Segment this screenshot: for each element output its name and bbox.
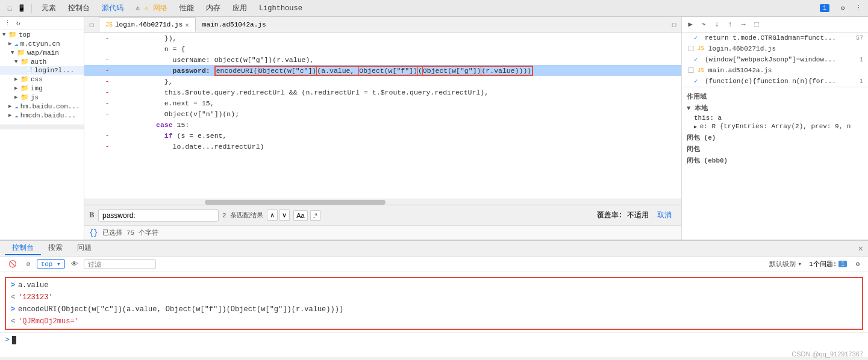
tab-login-js[interactable]: JS login.46b0271d.js ✕: [99, 17, 196, 32]
file-icon: 📄: [25, 67, 33, 74]
tree-label: auth: [31, 58, 46, 66]
tree-item-wap[interactable]: ▼ 📁 wap/main: [0, 48, 84, 57]
arrow-icon: ▶: [8, 103, 14, 110]
arrow-icon: ▶: [8, 112, 14, 119]
scope-header[interactable]: 作用域: [687, 92, 863, 101]
tree-item-css[interactable]: ▶ 📁 css: [0, 75, 84, 84]
tab-close-button[interactable]: ✕: [185, 21, 189, 29]
search-input[interactable]: [102, 211, 193, 220]
local-scope-header[interactable]: ▼ 本地: [687, 104, 863, 113]
code-line: - },: [84, 76, 681, 87]
tab-lighthouse[interactable]: Lighthouse: [254, 3, 307, 14]
source-panel-icon[interactable]: ⬚: [87, 20, 96, 29]
call-stack-item-1[interactable]: ✓ (window["webpackJsonp"]=window... 1: [682, 54, 868, 65]
call-stack-item-2[interactable]: ✓ (function(e){function n(n){for... 1: [682, 76, 868, 87]
tree-item-auth[interactable]: ▼ 📁 auth: [0, 57, 84, 66]
tree-item-top[interactable]: ▼ 📁 top: [0, 30, 84, 39]
search-regex-button[interactable]: .*: [310, 210, 320, 221]
right-panel: ▶ ↷ ↓ ↑ → ⬚ ✓ return t.mode.CTRGladman=f…: [681, 17, 868, 240]
console-input-line[interactable]: >: [0, 332, 868, 347]
console-settings-icon[interactable]: ⚙: [852, 259, 863, 268]
console-line-4: < 'QJRmqDj2mus=': [6, 315, 862, 327]
tree-item-hmcdn[interactable]: ▶ ☁ hmcdn.baidu...: [0, 111, 84, 120]
console-text: '123123': [18, 293, 53, 302]
gear-icon[interactable]: ⚙: [838, 4, 848, 13]
search-case-sensitive-button[interactable]: Aa: [293, 210, 307, 221]
scope-section: 作用域 ▼ 本地 this: a e: R {tryEntries: Array…: [682, 87, 868, 169]
tab-elements[interactable]: 元素: [37, 2, 61, 14]
search-cancel-button[interactable]: 取消: [652, 209, 676, 222]
resize-handle[interactable]: [0, 125, 84, 129]
search-count: 2 条匹配结果: [222, 211, 263, 220]
call-stack-section: ✓ return t.mode.CTRGladman=funct... 57 □…: [682, 33, 868, 87]
console-line-2: < '123123': [6, 291, 862, 303]
call-stack-label: (window["webpackJsonp"]=window...: [705, 56, 857, 63]
clear-console-button[interactable]: 🚫: [5, 259, 20, 268]
tab-network[interactable]: ⚠ ⚠ 网络: [131, 2, 172, 14]
tree-item-ctyun[interactable]: ▶ ☁ m.ctyun.cn: [0, 39, 84, 48]
step-out-button[interactable]: ↑: [724, 19, 736, 31]
console-filter-input[interactable]: [84, 259, 156, 269]
tab-sources[interactable]: 源代码: [97, 2, 128, 14]
tab-panel-toggle-icon[interactable]: ⬚: [669, 20, 679, 29]
chevron-down-icon: ▾: [798, 260, 802, 268]
tab-console[interactable]: 控制台: [5, 241, 41, 255]
folder-icon: 📁: [17, 49, 25, 57]
code-editor[interactable]: - }), n = { - userName: Object(w["g"])(r…: [84, 33, 681, 199]
resume-button[interactable]: ▶: [684, 19, 696, 31]
tab-application[interactable]: 应用: [228, 2, 252, 14]
tab-memory[interactable]: 内存: [201, 2, 225, 14]
selection-text: 已选择 75 个字符: [102, 228, 158, 237]
tab-performance[interactable]: 性能: [175, 2, 199, 14]
tab-issues[interactable]: 问题: [70, 241, 99, 255]
js-badge: JS: [698, 67, 704, 73]
top-context-selector[interactable]: top ▾: [37, 259, 65, 268]
selection-bar: {} 已选择 75 个字符: [84, 225, 681, 240]
device-icon[interactable]: 📱: [17, 4, 27, 13]
deactivate-breakpoints-button[interactable]: ⬚: [751, 19, 763, 31]
scope-item-this[interactable]: this: a: [687, 114, 863, 122]
bottom-tab-bar: 控制台 搜索 问题 ✕: [0, 241, 868, 256]
search-options: Aa .*: [293, 210, 320, 221]
inspect-icon[interactable]: ⬚: [5, 4, 14, 13]
call-stack-item-main-file[interactable]: □ JS main.ad51042a.js: [682, 65, 868, 76]
step-into-button[interactable]: ↓: [711, 19, 723, 31]
tree-toolbar-icon[interactable]: ⋮: [2, 19, 12, 28]
tree-label: wap/main: [27, 49, 59, 57]
closure-header-1[interactable]: 闭包: [687, 144, 863, 154]
center-panel: ⬚ JS login.46b0271d.js ✕ main.ad51042a.j…: [84, 17, 681, 240]
tab-search[interactable]: 搜索: [41, 241, 70, 255]
search-prev-button[interactable]: ∧: [267, 209, 278, 221]
horizontal-scrollbar[interactable]: [84, 199, 681, 205]
separator: [31, 4, 32, 13]
debugger-toolbar: ▶ ↷ ↓ ↑ → ⬚: [682, 17, 868, 33]
warning-icon: ⚠: [136, 4, 140, 13]
call-stack-item-login-file[interactable]: □ JS login.46b0271d.js: [682, 43, 868, 54]
call-stack-item-0[interactable]: ✓ return t.mode.CTRGladman=funct... 57: [682, 33, 868, 43]
search-next-button[interactable]: ∨: [279, 209, 290, 221]
tree-item-login[interactable]: ▶ 📄 login?l...: [0, 66, 84, 75]
check-icon: ✓: [694, 34, 702, 42]
tab-console[interactable]: 控制台: [63, 2, 95, 14]
step-button[interactable]: →: [737, 19, 749, 31]
tree-item-img[interactable]: ▶ 📁 img: [0, 84, 84, 93]
sync-icon[interactable]: ↻: [13, 19, 23, 28]
closure-header-0[interactable]: 闭包 (e): [687, 133, 863, 142]
console-text: encodeURI(Object(w["c"])(a.value, Object…: [18, 305, 343, 314]
no-stop-button[interactable]: ⊘: [23, 259, 34, 268]
issue-label: 1个问题:: [809, 259, 837, 268]
more-options-icon[interactable]: ⋮: [854, 4, 863, 13]
eye-button[interactable]: 👁: [67, 259, 81, 268]
tree-item-js[interactable]: ▶ 📁 js: [0, 93, 84, 102]
folder-icon: 📁: [20, 84, 29, 92]
tree-label: css: [31, 76, 43, 83]
tree-item-hm[interactable]: ▶ ☁ hm.baidu.con...: [0, 102, 84, 111]
bottom-close-button[interactable]: ✕: [858, 243, 863, 253]
console-toolbar: 🚫 ⊘ top ▾ 👁 默认级别 ▾ 1个问题: 1 ⚙: [0, 256, 868, 272]
code-line: - if (s = e.sent,: [84, 130, 681, 141]
step-over-button[interactable]: ↷: [698, 19, 710, 31]
scope-item-e[interactable]: e: R {tryEntries: Array(2), prev: 9, n: [687, 122, 863, 131]
log-level-selector[interactable]: 默认级别 ▾: [769, 259, 802, 268]
tab-main-js[interactable]: main.ad51042a.js: [196, 17, 273, 32]
closure-header-2[interactable]: 闭包 (ebb0): [687, 156, 863, 165]
